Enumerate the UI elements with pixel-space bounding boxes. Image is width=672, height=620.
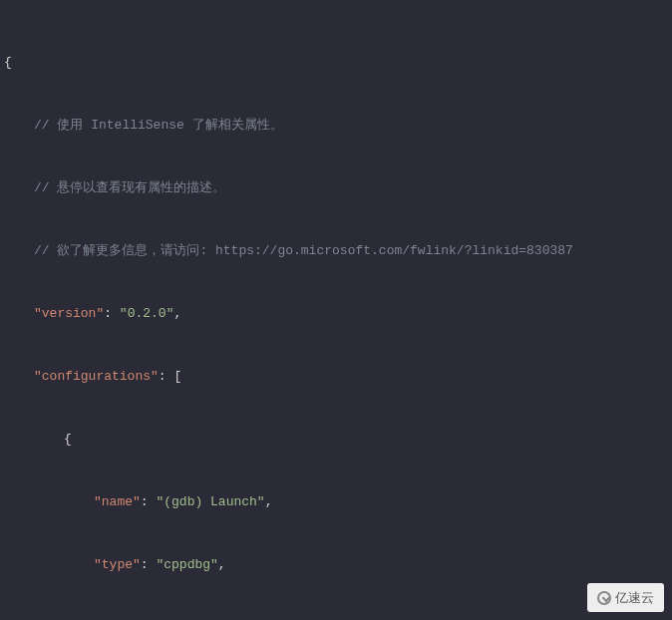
code-line: "name": "(gdb) Launch",: [4, 491, 672, 512]
bracket-open: [: [173, 369, 181, 384]
colon: :: [159, 369, 174, 384]
json-string: "(gdb) Launch": [156, 494, 264, 509]
comment: // 使用 IntelliSense 了解相关属性。: [34, 118, 283, 133]
brace-open: {: [64, 432, 72, 447]
json-key: "type": [94, 557, 141, 572]
json-key: "configurations": [34, 369, 159, 384]
comma: ,: [218, 557, 226, 572]
colon: :: [141, 557, 157, 572]
code-line: // 使用 IntelliSense 了解相关属性。: [4, 115, 672, 136]
brace-open: {: [4, 55, 12, 70]
code-line: // 悬停以查看现有属性的描述。: [4, 177, 672, 198]
watermark-badge: 亿速云: [587, 583, 664, 612]
code-line: "configurations": [: [4, 366, 672, 387]
json-key: "name": [94, 494, 141, 509]
code-line: "version": "0.2.0",: [4, 303, 672, 324]
json-string: "0.2.0": [120, 306, 174, 321]
watermark-text: 亿速云: [615, 587, 654, 608]
code-editor[interactable]: { // 使用 IntelliSense 了解相关属性。 // 悬停以查看现有属…: [4, 10, 672, 620]
json-key: "version": [34, 306, 104, 321]
code-line: {: [4, 429, 672, 450]
code-line: "type": "cppdbg",: [4, 554, 672, 575]
comment: // 欲了解更多信息，请访问: https://go.microsoft.com…: [34, 243, 573, 258]
json-string: "cppdbg": [156, 557, 217, 572]
comma: ,: [173, 306, 181, 321]
watermark-icon: [597, 591, 611, 605]
code-line: // 欲了解更多信息，请访问: https://go.microsoft.com…: [4, 240, 672, 261]
colon: :: [141, 494, 157, 509]
comment: // 悬停以查看现有属性的描述。: [34, 180, 225, 195]
colon: :: [104, 306, 120, 321]
comma: ,: [265, 494, 273, 509]
code-line: {: [4, 52, 672, 73]
